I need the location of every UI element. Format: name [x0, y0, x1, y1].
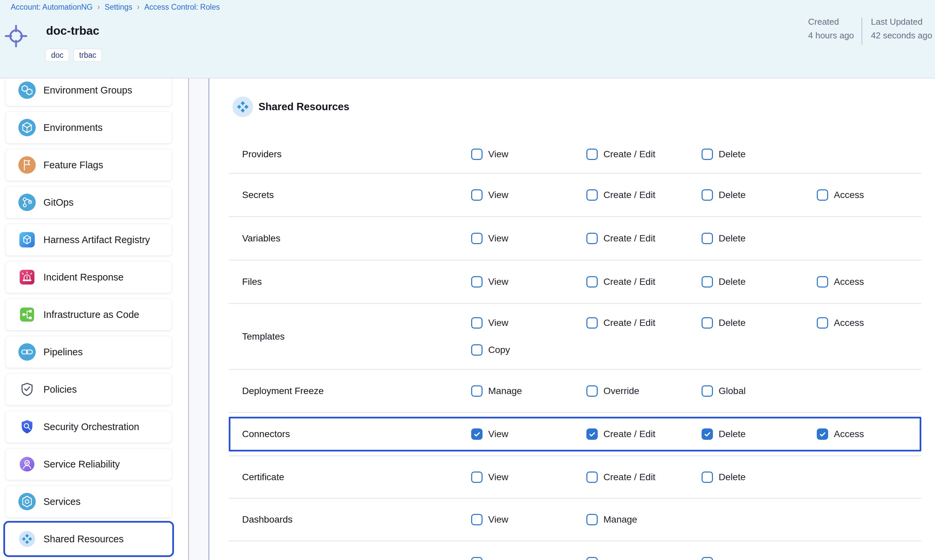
sidebar-item-security-orchestration[interactable]: Security Orchestration: [5, 411, 172, 443]
permission-create-edit[interactable]: Create / Edit: [586, 189, 701, 201]
section-header: Shared Resources: [209, 78, 935, 135]
sidebar-item-shared-resources[interactable]: Shared Resources: [5, 523, 172, 555]
sidebar-item-services[interactable]: Services: [5, 486, 172, 518]
checkbox-icon[interactable]: [471, 276, 483, 288]
sidebar-item-feature-flags[interactable]: Feature Flags: [5, 149, 172, 181]
permission-row-files: FilesViewCreate / EditDeleteAccess: [229, 260, 921, 304]
checkbox-icon[interactable]: [701, 385, 713, 397]
meta-label: Created: [808, 17, 861, 27]
sidebar-item-harness-artifact-registry[interactable]: Harness Artifact Registry: [5, 224, 172, 256]
permission-access[interactable]: Access: [817, 189, 921, 201]
permission-access[interactable]: Access: [817, 276, 921, 288]
permission-create-edit[interactable]: Create / Edit: [586, 428, 701, 440]
checkbox-checked-icon[interactable]: [701, 428, 713, 440]
permission-view[interactable]: View: [471, 233, 586, 244]
sidebar-item-incident-response[interactable]: Incident Response: [5, 261, 172, 293]
permission-delete[interactable]: Delete: [701, 189, 817, 201]
permission-delete[interactable]: Delete: [701, 428, 817, 440]
permission-create-edit[interactable]: Create / Edit: [586, 233, 701, 244]
sidebar-item-policies[interactable]: Policies: [5, 373, 172, 405]
checkbox-checked-icon[interactable]: [586, 428, 598, 440]
checkbox-icon[interactable]: [586, 514, 598, 525]
breadcrumb-link-access-control-roles[interactable]: Access Control: Roles: [144, 3, 220, 12]
permission-view[interactable]: View: [471, 428, 586, 440]
permission-copy[interactable]: Copy: [471, 344, 586, 355]
checkbox-icon[interactable]: [586, 189, 598, 201]
checkbox-icon[interactable]: [586, 149, 598, 160]
checkbox-icon[interactable]: [586, 385, 598, 397]
sidebar-item-service-reliability[interactable]: Service Reliability: [5, 448, 172, 480]
checkbox-icon[interactable]: [586, 557, 598, 560]
sidebar-item-environment-groups[interactable]: Environment Groups: [5, 78, 172, 106]
checkbox-icon[interactable]: [701, 149, 713, 160]
sidebar-item-gitops[interactable]: GitOps: [5, 186, 172, 218]
sidebar-item-environments[interactable]: Environments: [5, 112, 172, 144]
checkbox-icon[interactable]: [586, 233, 598, 244]
security-orchestration-icon: [18, 417, 36, 436]
permission-view[interactable]: View: [471, 317, 586, 329]
permission-view[interactable]: View: [471, 514, 586, 525]
checkbox-icon[interactable]: [471, 149, 483, 160]
permission-create-edit[interactable]: Create / Edit: [586, 149, 701, 160]
permission-create-edit[interactable]: Create / Edit: [586, 317, 701, 329]
permission-label: Delete: [719, 472, 746, 483]
permission-view[interactable]: View: [471, 471, 586, 483]
meta-value: 4 hours ago: [808, 31, 861, 41]
checkbox-icon[interactable]: [471, 189, 483, 201]
permission-view[interactable]: View: [471, 149, 586, 160]
permission-access[interactable]: Access: [817, 317, 921, 329]
checkbox-icon[interactable]: [586, 317, 598, 329]
checkbox-icon[interactable]: [701, 471, 713, 483]
checkbox-checked-icon[interactable]: [471, 428, 483, 440]
permission-access[interactable]: Access: [817, 428, 921, 440]
checkbox-icon[interactable]: [701, 276, 713, 288]
checkbox-icon[interactable]: [471, 471, 483, 483]
checkbox-icon[interactable]: [817, 189, 828, 201]
sidebar-item-pipelines[interactable]: Pipelines: [5, 336, 172, 368]
checkbox-checked-icon[interactable]: [817, 428, 828, 440]
checkbox-icon[interactable]: [471, 557, 483, 560]
permission-delete[interactable]: Delete: [701, 233, 817, 244]
checkbox-icon[interactable]: [471, 317, 483, 329]
checkbox-icon[interactable]: [701, 189, 713, 201]
permission-delete[interactable]: Delete: [701, 317, 817, 329]
permission-view[interactable]: View: [471, 276, 586, 288]
permission-row-variables: VariablesViewCreate / EditDelete: [229, 217, 921, 260]
checkbox-icon[interactable]: [471, 514, 483, 525]
breadcrumb-link-settings[interactable]: Settings: [105, 3, 132, 12]
checkbox-icon[interactable]: [471, 233, 483, 244]
permission-override[interactable]: Override: [586, 385, 701, 397]
permission-delete[interactable]: Delete: [701, 149, 817, 160]
checkbox-icon[interactable]: [701, 317, 713, 329]
permission-row-dashboards: DashboardsViewManage: [229, 498, 921, 541]
resource-name: Files: [229, 277, 471, 287]
checkbox-icon[interactable]: [817, 276, 828, 288]
permission-create-edit[interactable]: Create / Edit: [586, 276, 701, 288]
meta-divider: [861, 17, 862, 45]
checkbox-icon[interactable]: [701, 557, 713, 560]
sidebar-item-label: Environment Groups: [43, 85, 132, 96]
permission-create-edit[interactable]: Create / Edit: [586, 471, 701, 483]
permission-global[interactable]: Global: [701, 385, 817, 397]
breadcrumb-link-account-automationng[interactable]: Account: AutomationNG: [11, 3, 92, 12]
checkbox-icon[interactable]: [701, 233, 713, 244]
permission-delete[interactable]: Delete: [701, 471, 817, 483]
permission-view[interactable]: View: [471, 189, 586, 201]
permission-checkbox[interactable]: [701, 557, 817, 560]
checkbox-icon[interactable]: [586, 471, 598, 483]
permission-manage[interactable]: Manage: [471, 385, 586, 397]
permission-label: View: [488, 149, 508, 160]
sidebar-item-label: Service Reliability: [43, 459, 120, 470]
checkbox-icon[interactable]: [817, 317, 828, 329]
permission-row-connectors: ConnectorsViewCreate / EditDeleteAccess: [229, 413, 921, 456]
meta-info: Created4 hours agoLast Updated42 seconds…: [808, 17, 935, 45]
checkbox-icon[interactable]: [471, 385, 483, 397]
permission-delete[interactable]: Delete: [701, 276, 817, 288]
checkbox-icon[interactable]: [586, 276, 598, 288]
resource-name: Connectors: [229, 429, 471, 440]
checkbox-icon[interactable]: [471, 344, 483, 355]
permission-checkbox[interactable]: [471, 557, 586, 560]
permission-manage[interactable]: Manage: [586, 514, 701, 525]
permission-checkbox[interactable]: [586, 557, 701, 560]
sidebar-item-infrastructure-as-code[interactable]: Infrastructure as Code: [5, 298, 172, 331]
